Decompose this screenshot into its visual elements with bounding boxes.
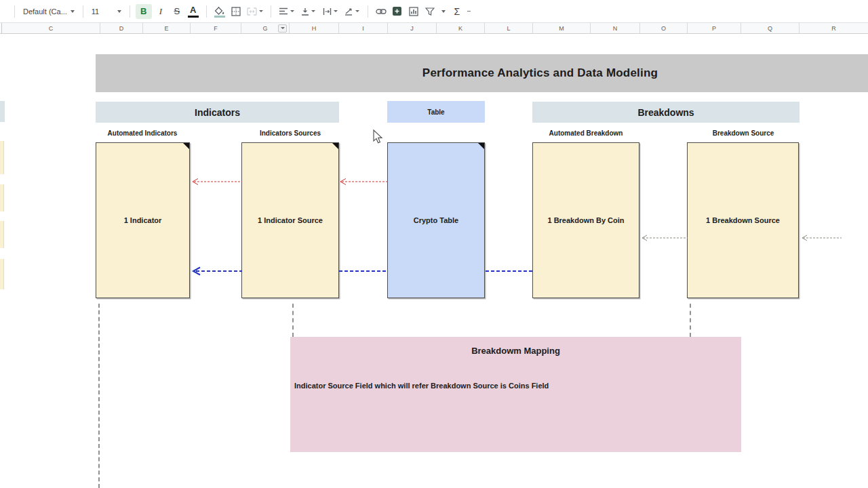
box-breakdown-source[interactable]: 1 Breakdown Source — [687, 142, 799, 298]
clipped-shape-fragment[interactable] — [0, 101, 5, 122]
box-label: Crypto Table — [414, 216, 458, 224]
toolbar-divider — [271, 5, 271, 18]
text-wrap-icon — [323, 7, 332, 16]
red-dashed-arrow[interactable] — [191, 178, 242, 186]
chevron-down-icon — [281, 27, 285, 29]
section-label: Breakdowns — [637, 107, 694, 118]
chevron-down-icon — [334, 10, 338, 12]
clipped-shape-fragment[interactable] — [0, 184, 4, 211]
filter-button[interactable] — [422, 4, 437, 19]
vertical-align-button[interactable] — [298, 4, 319, 19]
font-name-select[interactable]: Default (Ca... — [20, 4, 77, 19]
box-indicator-source[interactable]: 1 Indicator Source — [241, 142, 339, 298]
column-header-o[interactable]: O — [640, 23, 688, 33]
chevron-down-icon — [441, 10, 446, 13]
note-corner-icon — [478, 143, 484, 149]
bold-button[interactable]: B — [136, 4, 152, 19]
column-header-q[interactable]: Q — [741, 23, 800, 33]
chevron-down-icon — [117, 10, 121, 13]
box-label: 1 Breakdown Source — [706, 216, 780, 224]
blue-dashed-arrow[interactable] — [191, 266, 242, 276]
blue-dashed-connector[interactable] — [486, 266, 533, 276]
toolbar-divider — [206, 5, 207, 18]
vertical-dashed-line[interactable] — [98, 304, 100, 488]
italic-button[interactable]: I — [153, 4, 168, 19]
column-header-d[interactable]: D — [100, 23, 143, 33]
breakdown-mapping-box[interactable]: Breakdowm Mapping Indicator Source Field… — [290, 337, 741, 452]
strikethrough-button[interactable]: S — [170, 4, 184, 19]
box-crypto-table[interactable]: Crypto Table — [387, 142, 485, 298]
insert-comment-button[interactable] — [390, 4, 405, 19]
column-header-e[interactable]: E — [143, 23, 191, 33]
functions-button[interactable]: Σ — [450, 4, 465, 19]
horizontal-align-button[interactable] — [277, 4, 297, 19]
note-corner-icon — [332, 143, 338, 149]
column-header-g[interactable]: G — [241, 23, 290, 33]
text-color-button[interactable]: A — [186, 4, 201, 19]
toolbar-divider — [14, 5, 15, 18]
borders-button[interactable] — [229, 4, 243, 19]
toolbar-divider — [368, 5, 368, 18]
text-rotation-icon — [344, 7, 353, 16]
gray-dashed-arrow[interactable] — [800, 234, 842, 242]
filter-funnel-icon — [425, 7, 435, 16]
column-g-dropdown-chip[interactable] — [278, 24, 287, 33]
chart-icon — [409, 7, 418, 16]
insert-chart-button[interactable] — [406, 4, 421, 19]
group-label-indicators-sources: Indicators Sources — [239, 129, 341, 137]
column-header-r[interactable]: R — [800, 23, 868, 33]
filter-views-button[interactable] — [439, 4, 448, 19]
functions-menu-button[interactable] — [466, 4, 473, 19]
diagram-title-banner[interactable]: Performance Analytics and Data Modeling — [96, 54, 868, 92]
font-size-value: 11 — [92, 7, 99, 16]
column-header-m[interactable]: M — [533, 23, 591, 33]
column-header-i[interactable]: I — [339, 23, 388, 33]
merge-cells-button[interactable] — [245, 4, 265, 19]
insert-link-button[interactable] — [374, 4, 389, 19]
formatting-toolbar: Default (Ca... 11 B I S A — [0, 0, 868, 22]
box-label: 1 Indicator Source — [258, 216, 323, 224]
section-header-table[interactable]: Table — [387, 101, 485, 123]
fill-color-swatch — [214, 16, 225, 18]
column-header-j[interactable]: J — [388, 23, 437, 33]
fill-color-button[interactable] — [212, 4, 227, 19]
toolbar-divider — [130, 5, 130, 18]
column-header-g-label: G — [262, 25, 267, 32]
column-header-k[interactable]: K — [437, 23, 485, 33]
borders-icon — [231, 7, 241, 16]
column-header-l[interactable]: L — [485, 23, 533, 33]
column-header-h[interactable]: H — [290, 23, 339, 33]
link-icon — [376, 9, 387, 14]
column-header-c[interactable]: C — [2, 23, 100, 33]
font-size-select[interactable]: 11 — [89, 4, 124, 19]
blue-dashed-connector[interactable] — [339, 266, 388, 276]
chevron-down-icon — [290, 10, 294, 12]
dash-icon — [467, 11, 471, 12]
mouse-cursor — [373, 129, 384, 144]
vertical-align-icon — [301, 7, 309, 16]
chevron-down-icon — [311, 10, 315, 12]
font-name-value: Default (Ca... — [23, 7, 67, 16]
vertical-dashed-line[interactable] — [690, 304, 691, 337]
text-wrap-button[interactable] — [320, 4, 340, 19]
column-header-f[interactable]: F — [191, 23, 241, 33]
section-header-indicators[interactable]: Indicators — [96, 102, 339, 123]
text-rotation-button[interactable] — [342, 4, 362, 19]
box-label: 1 Breakdown By Coin — [547, 216, 624, 224]
section-header-breakdowns[interactable]: Breakdowns — [532, 102, 800, 123]
merge-cells-icon — [247, 7, 257, 16]
clipped-shape-fragment[interactable] — [0, 221, 4, 248]
column-header-n[interactable]: N — [591, 23, 640, 33]
box-breakdown-by-coin[interactable]: 1 Breakdown By Coin — [532, 142, 639, 298]
column-header-p[interactable]: P — [688, 23, 741, 33]
box-indicator[interactable]: 1 Indicator — [96, 142, 190, 298]
mapping-body-text: Indicator Source Field which will refer … — [290, 382, 741, 390]
paint-bucket-icon — [214, 7, 225, 16]
clipped-shape-fragment[interactable] — [0, 141, 4, 174]
align-left-icon — [279, 7, 288, 15]
gray-dashed-arrow[interactable] — [640, 234, 688, 242]
vertical-dashed-line[interactable] — [292, 304, 294, 337]
clipped-shape-fragment[interactable] — [0, 259, 4, 289]
sheet-canvas: Performance Analytics and Data Modeling … — [0, 35, 868, 488]
red-dashed-arrow[interactable] — [338, 178, 388, 186]
